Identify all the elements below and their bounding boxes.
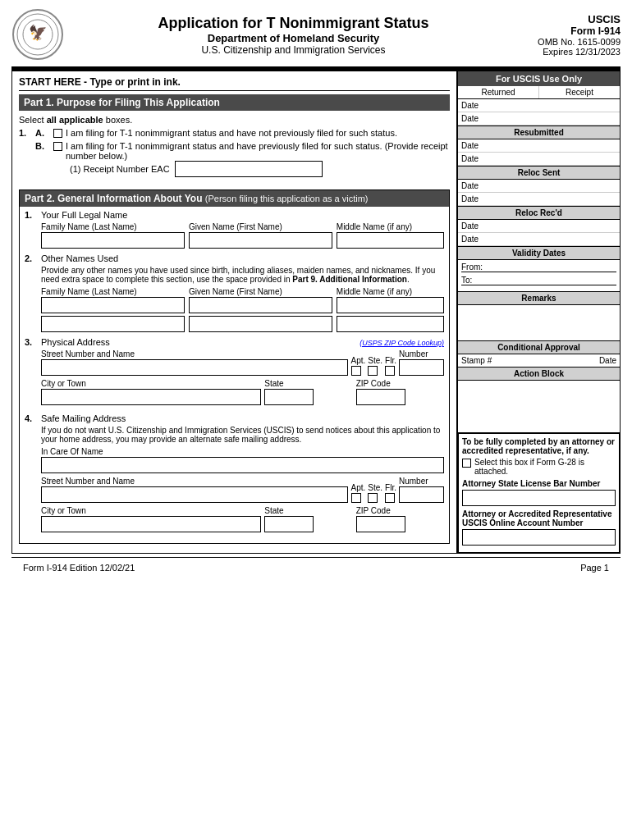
family-name-label: Family Name (Last Name) [41, 222, 185, 231]
middle-name-input[interactable] [337, 232, 444, 249]
form-agency: USCIS [522, 13, 621, 25]
footer-right: Page 1 [580, 563, 609, 573]
ste-label2: Ste. [368, 483, 382, 492]
flr-checkbox2[interactable] [385, 493, 395, 503]
other-middle-input1[interactable] [337, 297, 444, 313]
right-panel: For USCIS Use Only Returned Receipt Date… [457, 71, 620, 553]
ste-checkbox2[interactable] [368, 493, 378, 503]
date-3: Date [458, 139, 620, 153]
other-given-input1[interactable] [189, 297, 332, 313]
item-1-content: A. I am filing for T-1 nonimmigrant stat… [35, 128, 450, 185]
usps-link[interactable]: (USPS ZIP Code Lookup) [360, 339, 444, 347]
reloc-sent-section: Reloc Sent Date Date [458, 167, 620, 207]
other-name-row2 [41, 316, 444, 332]
to-row: To: [461, 276, 616, 285]
action-block-title: Action Block [458, 368, 620, 381]
other-given-input2[interactable] [189, 316, 332, 332]
street-col2: Street Number and Name [41, 477, 348, 503]
city-label: City or Town [41, 379, 261, 388]
stamp-row: Stamp # Date [458, 354, 620, 367]
item-3-physical: 3. Physical Address (USPS ZIP Code Looku… [25, 337, 444, 409]
stamp-date-label: Date [599, 356, 616, 365]
other-family-label1: Family Name (Last Name) [41, 287, 185, 296]
reloc-sent-title: Reloc Sent [458, 167, 620, 180]
number-col2: Number [399, 477, 444, 503]
city-col: City or Town [41, 379, 261, 405]
legal-name-title: Your Full Legal Name [41, 210, 444, 220]
checkbox-a-text: I am filing for T-1 nonimmigrant status … [66, 128, 397, 138]
checkbox-b-text: I am filing for T-1 nonimmigrant status … [66, 141, 450, 161]
middle-name-label: Middle Name (if any) [337, 222, 444, 231]
in-care-input[interactable] [41, 457, 444, 473]
in-care-label: In Care Of Name [41, 447, 444, 456]
account-input[interactable] [462, 529, 616, 546]
sub-item-b: B. I am filing for T-1 nonimmigrant stat… [35, 141, 450, 181]
item-1-legal-content: Your Full Legal Name Family Name (Last N… [41, 210, 444, 249]
apt-checkbox[interactable] [351, 366, 361, 376]
date-5: Date [458, 180, 620, 193]
apt-col: Apt. [351, 356, 366, 376]
resubmitted-section: Resubmitted Date Date [458, 126, 620, 167]
street-col: Street Number and Name [41, 349, 348, 376]
to-label: To: [461, 276, 472, 285]
street-label: Street Number and Name [41, 349, 348, 358]
city-input2[interactable] [41, 516, 261, 532]
street-input[interactable] [41, 359, 348, 376]
other-family-input2[interactable] [41, 316, 185, 332]
stamp-label: Stamp # [461, 356, 492, 365]
g28-label: Select this box if Form G-28 is attached… [474, 458, 616, 476]
given-name-input[interactable] [189, 232, 332, 249]
zip-input[interactable] [356, 389, 405, 405]
apt-checkbox2[interactable] [351, 493, 361, 503]
from-line [461, 272, 616, 272]
number-input[interactable] [399, 359, 444, 376]
apt-label2: Apt. [351, 483, 366, 492]
reloc-recd-section: Reloc Rec'd Date Date [458, 207, 620, 247]
given-name-col: Given Name (First Name) [189, 222, 332, 249]
ste-col2: Ste. [368, 483, 382, 503]
other-family-col2 [41, 316, 185, 332]
checkbox-a[interactable] [53, 129, 62, 138]
item-1-legal-num: 1. [25, 210, 41, 249]
receipt-input[interactable] [175, 161, 323, 177]
state-input[interactable] [264, 389, 314, 405]
part1-heading: Part 1. Purpose for Filing This Applicat… [19, 94, 450, 111]
family-name-input[interactable] [41, 232, 185, 249]
street-label2: Street Number and Name [41, 477, 348, 486]
svg-text:🦅: 🦅 [29, 24, 48, 42]
other-given-label1: Given Name (First Name) [189, 287, 332, 296]
apt-ste-flr-group2: Apt. Ste. Flr. [351, 477, 444, 503]
other-middle-input2[interactable] [337, 316, 444, 332]
item-4-content: Safe Mailing Address If you do not want … [41, 413, 444, 536]
item-1-legal-name: 1. Your Full Legal Name Family Name (Las… [25, 210, 444, 249]
street-row: Street Number and Name Apt. Ste. [41, 349, 444, 376]
flr-checkbox[interactable] [385, 366, 395, 376]
receipt-label-r: Receipt [539, 86, 620, 98]
uscis-header: For USCIS Use Only [458, 71, 620, 86]
number-input2[interactable] [399, 486, 444, 503]
zip-input2[interactable] [356, 516, 405, 532]
state-col: State [264, 379, 352, 405]
receipt-row: (1) Receipt Number EAC [70, 161, 450, 177]
number-label: Number [399, 349, 444, 358]
other-middle-col1: Middle Name (if any) [337, 287, 444, 313]
checkbox-b[interactable] [53, 142, 62, 151]
street-input2[interactable] [41, 486, 348, 503]
ste-checkbox[interactable] [368, 366, 378, 376]
dept-name: Department of Homeland Security [65, 32, 522, 44]
other-family-input1[interactable] [41, 297, 185, 313]
bar-input[interactable] [462, 490, 616, 506]
state-input2[interactable] [264, 516, 314, 532]
omb-number: OMB No. 1615-0099 [522, 37, 621, 47]
resubmitted-title: Resubmitted [458, 126, 620, 139]
g28-checkbox[interactable] [462, 459, 471, 468]
attorney-title: To be fully completed by an attorney or … [462, 437, 616, 455]
date-7: Date [458, 220, 620, 233]
flr-label: Flr. [385, 356, 396, 365]
right-panel-inner: For USCIS Use Only Returned Receipt Date… [457, 71, 620, 553]
city-input[interactable] [41, 389, 261, 405]
mailing-desc: If you do not want U.S. Citizenship and … [41, 426, 444, 444]
city-state-zip-row: City or Town State ZIP Code [41, 379, 444, 405]
validity-content: From: To: [458, 260, 620, 291]
other-given-col2 [189, 316, 332, 332]
